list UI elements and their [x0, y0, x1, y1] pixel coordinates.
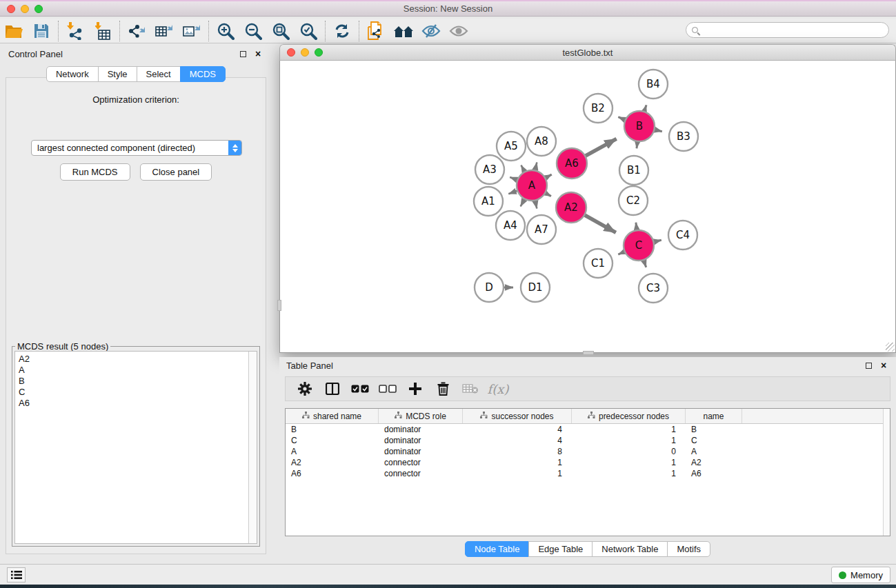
tab-network[interactable]: Network: [46, 66, 99, 82]
graph-node-B4[interactable]: B4: [639, 70, 668, 99]
mcds-result-item[interactable]: A: [19, 365, 245, 376]
open-session-icon[interactable]: [0, 20, 28, 42]
task-history-button[interactable]: [7, 567, 26, 582]
graph-node-A6[interactable]: A6: [557, 148, 587, 179]
table-scrollbar[interactable]: [883, 409, 890, 536]
table-row[interactable]: Cdominator41C: [286, 435, 883, 446]
run-mcds-button[interactable]: Run MCDS: [60, 163, 130, 181]
network-from-selection-icon[interactable]: [362, 20, 390, 42]
graph-node-C4[interactable]: C4: [668, 221, 697, 250]
column-header-name[interactable]: name: [686, 409, 742, 423]
graph-node-D[interactable]: D: [475, 273, 504, 302]
tab-select[interactable]: Select: [137, 66, 181, 82]
mcds-result-item[interactable]: C: [19, 387, 245, 398]
column-header-predecessor-nodes[interactable]: predecessor nodes: [572, 409, 686, 423]
import-table-icon[interactable]: [89, 20, 117, 42]
search-field[interactable]: [686, 22, 889, 38]
zoom-out-icon[interactable]: [239, 20, 267, 42]
table-header: shared nameMCDS rolesuccessor nodesprede…: [286, 409, 883, 424]
network-canvas[interactable]: B4B2BB3A5A8A6A3B1AA1C2A2A4A7C4CC1C3DD1: [279, 61, 896, 353]
show-columns-icon[interactable]: [320, 378, 345, 399]
function-builder-icon[interactable]: f(x): [486, 378, 510, 399]
table-cell: 1: [572, 457, 686, 468]
graph-node-A2[interactable]: A2: [556, 192, 586, 223]
graph-node-A1[interactable]: A1: [474, 187, 503, 216]
mcds-result-item[interactable]: B: [19, 376, 245, 387]
search-input[interactable]: [702, 24, 888, 37]
tab-motifs[interactable]: Motifs: [667, 541, 710, 557]
network-close-button[interactable]: [287, 48, 295, 57]
select-all-icon[interactable]: [348, 378, 372, 399]
close-window-button[interactable]: [7, 5, 15, 13]
mcds-result-item[interactable]: A6: [19, 398, 245, 409]
graph-node-C1[interactable]: C1: [584, 249, 613, 278]
graph-node-B2[interactable]: B2: [584, 94, 613, 123]
graph-node-A5[interactable]: A5: [497, 132, 526, 161]
column-header-successor-nodes[interactable]: successor nodes: [463, 409, 572, 423]
tab-node-table[interactable]: Node Table: [465, 541, 530, 557]
save-session-icon[interactable]: [28, 20, 55, 42]
tab-mcds[interactable]: MCDS: [180, 66, 226, 82]
horizontal-splitter-handle[interactable]: [277, 300, 281, 311]
graph-node-A[interactable]: A: [517, 170, 547, 201]
export-image-icon[interactable]: [178, 20, 206, 42]
zoom-window-button[interactable]: [34, 5, 43, 13]
tab-network-table[interactable]: Network Table: [592, 541, 668, 557]
show-all-icon[interactable]: [445, 20, 472, 42]
optimization-criterion-select[interactable]: largest connected component (directed): [31, 140, 242, 156]
vertical-splitter-handle[interactable]: [583, 351, 594, 355]
table-row[interactable]: A2connector11A2: [286, 457, 883, 468]
network-window-titlebar[interactable]: testGlobe.txt: [279, 44, 896, 61]
graph-node-A8[interactable]: A8: [527, 127, 556, 156]
tab-style[interactable]: Style: [98, 66, 137, 82]
graph-node-A7[interactable]: A7: [527, 215, 556, 244]
refresh-icon[interactable]: [328, 20, 356, 42]
graph-node-C3[interactable]: C3: [639, 274, 668, 303]
memory-button[interactable]: Memory: [831, 567, 890, 583]
column-header-shared-name[interactable]: shared name: [286, 409, 379, 423]
table-settings-gear-icon[interactable]: [292, 378, 317, 399]
create-column-plus-icon[interactable]: [403, 378, 428, 399]
table-cell: B: [686, 424, 742, 435]
network-graph[interactable]: B4B2BB3A5A8A6A3B1AA1C2A2A4A7C4CC1C3DD1: [280, 61, 895, 352]
graph-node-A3[interactable]: A3: [475, 155, 504, 184]
graph-node-A4[interactable]: A4: [496, 211, 525, 240]
delete-column-trash-icon[interactable]: [430, 378, 455, 399]
hide-selected-icon[interactable]: [417, 20, 445, 42]
minimize-window-button[interactable]: [21, 5, 29, 13]
graph-node-C[interactable]: C: [624, 230, 654, 261]
tab-edge-table[interactable]: Edge Table: [528, 541, 593, 557]
graph-node-C2[interactable]: C2: [619, 186, 648, 215]
mcds-result-list[interactable]: A2ABCA6: [14, 351, 257, 544]
table-row[interactable]: Adominator80A: [286, 446, 883, 457]
first-neighbors-icon[interactable]: [390, 20, 417, 42]
result-list-scrollbar[interactable]: [248, 352, 257, 543]
table-row[interactable]: A6connector11A6: [286, 468, 883, 479]
table-float-icon[interactable]: [863, 361, 874, 370]
resize-grip-icon[interactable]: [886, 343, 895, 352]
table-row[interactable]: Bdominator41B: [286, 424, 883, 435]
zoom-fit-icon[interactable]: [267, 20, 295, 42]
network-minimize-button[interactable]: [301, 48, 309, 57]
graph-node-D1[interactable]: D1: [521, 273, 550, 302]
graph-node-B[interactable]: B: [624, 111, 655, 141]
node-table[interactable]: shared nameMCDS rolesuccessor nodesprede…: [285, 408, 890, 536]
float-panel-icon[interactable]: [237, 49, 248, 59]
zoom-selected-icon[interactable]: [295, 20, 322, 42]
network-zoom-button[interactable]: [315, 48, 323, 57]
close-panel-button[interactable]: Close panel: [140, 163, 212, 181]
table-cell: 0: [572, 446, 686, 457]
deselect-all-icon[interactable]: [375, 378, 400, 399]
export-network-icon[interactable]: [123, 20, 150, 42]
import-network-icon[interactable]: [61, 20, 89, 42]
close-panel-icon[interactable]: ×: [252, 49, 263, 59]
zoom-in-icon[interactable]: [212, 20, 239, 42]
graph-node-B1[interactable]: B1: [619, 156, 648, 185]
export-table-icon[interactable]: [150, 20, 178, 42]
mcds-result-item[interactable]: A2: [19, 354, 245, 365]
svg-text:D: D: [485, 281, 493, 294]
column-header-MCDS-role[interactable]: MCDS role: [379, 409, 463, 423]
table-close-icon[interactable]: ×: [878, 361, 889, 370]
graph-node-B3[interactable]: B3: [669, 122, 698, 151]
delete-table-icon[interactable]: [458, 378, 483, 399]
